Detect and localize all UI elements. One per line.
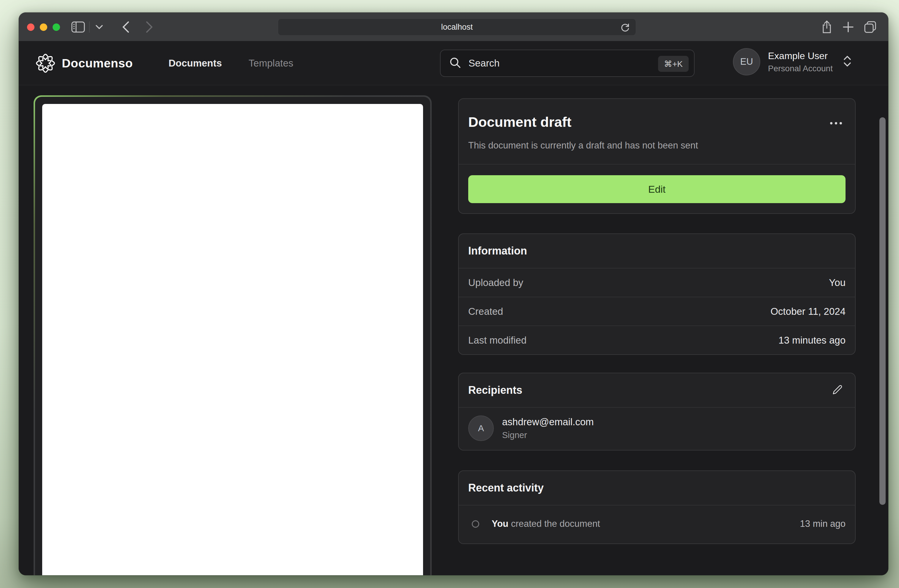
information-card: Information Uploaded by You Created Octo… <box>458 233 856 355</box>
document-preview-inner <box>35 97 430 575</box>
nav-documents[interactable]: Documents <box>168 58 222 69</box>
sidebar-toggle-icon[interactable] <box>69 12 87 41</box>
side-panel: Document draft This document is currentl… <box>458 98 856 544</box>
recipient-row[interactable]: A ashdrew@email.com Signer <box>459 408 855 450</box>
info-row-uploaded-by: Uploaded by You <box>459 269 855 297</box>
info-label: Uploaded by <box>468 277 523 289</box>
main-content: Document draft This document is currentl… <box>19 85 888 575</box>
info-row-created: Created October 11, 2024 <box>459 297 855 326</box>
recipients-card: Recipients A ashdrew@email.com <box>458 373 856 451</box>
info-label: Last modified <box>468 335 527 346</box>
page-scrollbar-thumb[interactable] <box>879 117 886 505</box>
browser-window: localhost <box>19 12 888 575</box>
activity-bullet-icon <box>472 520 479 528</box>
activity-actor: You <box>492 519 508 529</box>
back-button[interactable] <box>117 12 134 41</box>
share-icon[interactable] <box>818 12 836 41</box>
edit-button[interactable]: Edit <box>468 175 845 203</box>
info-value: You <box>829 277 845 289</box>
activity-card-title: Recent activity <box>459 471 855 505</box>
recent-activity-card: Recent activity You created the document… <box>458 471 856 544</box>
user-name: Example User <box>768 51 833 62</box>
browser-titlebar: localhost <box>19 12 888 41</box>
search-placeholder: Search <box>468 58 500 69</box>
recipient-role: Signer <box>502 430 594 440</box>
recipient-email: ashdrew@email.com <box>502 416 594 427</box>
info-value: October 11, 2024 <box>770 306 845 317</box>
minimize-window-button[interactable] <box>40 23 47 31</box>
close-window-button[interactable] <box>27 23 34 31</box>
activity-item: You created the document 13 min ago <box>459 505 855 543</box>
desktop-background: localhost <box>0 0 899 588</box>
app-header: Documenso Documents Templates Search ⌘+K <box>19 42 888 85</box>
zoom-window-button[interactable] <box>53 23 60 31</box>
more-options-icon[interactable] <box>826 118 845 129</box>
forward-button[interactable] <box>141 12 158 41</box>
activity-action: created the document <box>511 519 600 529</box>
new-tab-icon[interactable] <box>839 12 857 41</box>
info-label: Created <box>468 306 503 317</box>
recipients-card-title: Recipients <box>468 384 522 396</box>
document-preview-frame <box>34 95 432 575</box>
recipient-avatar: A <box>468 415 494 441</box>
tab-overview-icon[interactable] <box>861 12 879 41</box>
search-icon <box>450 57 461 69</box>
documenso-logo-icon <box>36 54 55 73</box>
brand-name: Documenso <box>62 56 133 70</box>
document-page[interactable] <box>42 104 423 575</box>
draft-card-subtitle: This document is currently a draft and h… <box>468 140 845 151</box>
chevrons-up-down-icon <box>843 55 852 69</box>
address-bar-url: localhost <box>441 23 473 32</box>
address-bar[interactable]: localhost <box>278 19 636 35</box>
documenso-app: Documenso Documents Templates Search ⌘+K <box>19 42 888 575</box>
toolbar-separator <box>89 22 90 32</box>
nav-templates[interactable]: Templates <box>249 58 293 69</box>
information-card-title: Information <box>459 234 855 268</box>
brand[interactable]: Documenso <box>36 54 133 73</box>
user-account-type: Personal Account <box>768 64 833 73</box>
account-menu[interactable]: EU Example User Personal Account <box>733 48 852 76</box>
info-value: 13 minutes ago <box>779 335 845 346</box>
refresh-icon[interactable] <box>620 22 630 35</box>
document-draft-card: Document draft This document is currentl… <box>458 98 856 214</box>
search-input[interactable]: Search ⌘+K <box>440 49 695 77</box>
user-avatar: EU <box>733 48 760 76</box>
main-nav: Documents Templates <box>168 58 293 69</box>
edit-recipients-pencil-icon[interactable] <box>830 382 845 400</box>
draft-card-title: Document draft <box>468 114 845 130</box>
sidebar-chevron-down-icon[interactable] <box>92 12 107 41</box>
info-row-last-modified: Last modified 13 minutes ago <box>459 326 855 354</box>
traffic-lights <box>27 23 60 31</box>
activity-time: 13 min ago <box>800 519 845 529</box>
search-shortcut-badge: ⌘+K <box>658 56 689 72</box>
